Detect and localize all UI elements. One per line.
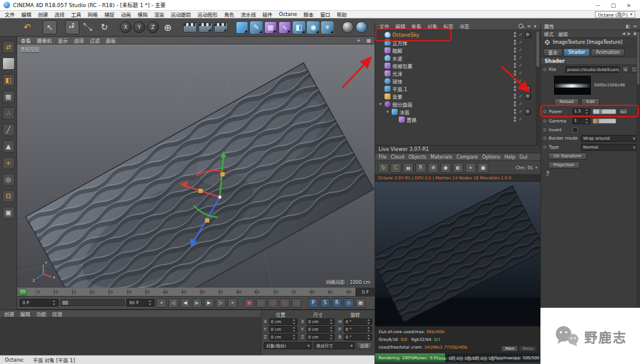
invert-checkbox[interactable] [572, 127, 578, 133]
position-y-field[interactable]: 0 cm [269, 326, 297, 333]
material-picker-button[interactable]: ◐ [453, 163, 463, 173]
points-mode-icon[interactable]: ∴ [2, 107, 15, 120]
range-end-field[interactable]: 90 F [126, 299, 155, 307]
add-light-button[interactable]: ☀ [321, 21, 334, 34]
object-row-cube[interactable]: 立方体 ✓ [375, 38, 540, 46]
menu-help[interactable]: 帮助 [337, 11, 347, 18]
live-selection-tool[interactable]: ↖ [43, 20, 57, 34]
render-settings-button[interactable] [214, 22, 228, 33]
history-forward-icon[interactable]: ▶ [628, 31, 631, 36]
position-z-field[interactable]: 0 cm [269, 334, 297, 340]
object-row-sphere[interactable]: 球体 ✓ [375, 77, 540, 85]
menu-tools[interactable]: 工具 [71, 11, 81, 18]
texture-mode-icon[interactable]: ◧ [2, 74, 15, 86]
add-camera-button[interactable]: ◉ [307, 21, 319, 34]
filter-icon[interactable]: ≡ [527, 24, 531, 29]
viewport-solo-icon[interactable]: ◎ [2, 173, 15, 186]
object-row-gloss[interactable]: 光泽 ✓ [375, 69, 540, 77]
viewport-menu-camera[interactable]: 摄像机 [37, 37, 52, 44]
object-row-melt[interactable]: 融解 ✓ [375, 46, 540, 54]
object-row-octanesky[interactable]: OctaneSky ✓ [375, 31, 540, 38]
menu-snap[interactable]: 捕捉 [104, 11, 114, 18]
lock-z-axis-button[interactable]: Z [147, 21, 159, 33]
timeline-ruler[interactable]: 05 1015 2025 3035 4045 5055 6065 7075 80… [17, 288, 356, 297]
key-rotation-toggle[interactable]: R [332, 298, 342, 308]
lv-menu-objects[interactable]: Objects [408, 154, 426, 160]
autokey-scale-toggle[interactable]: ○ [268, 298, 278, 308]
lv-menu-gui[interactable]: Gui [520, 154, 528, 160]
viewport-canvas[interactable]: Y X Z 透视视图 网格间距 : 1000 cm [17, 44, 375, 288]
menu-select[interactable]: 选择 [55, 11, 65, 18]
lock-x-axis-button[interactable]: X [120, 21, 132, 33]
model-mode-icon[interactable] [2, 57, 15, 70]
previous-key-button[interactable]: ◁ [168, 298, 178, 308]
projection-button[interactable]: Projection [548, 162, 580, 169]
add-environment-button[interactable]: ◧ [293, 21, 305, 34]
menu-render[interactable]: 渲染 [154, 11, 164, 18]
edit-menu[interactable]: 编辑 [558, 31, 568, 37]
size-y-field[interactable]: 0 cm [306, 326, 335, 333]
menu-mesh[interactable]: 网格 [88, 11, 98, 18]
texture-thumbnail[interactable] [554, 76, 591, 95]
expander-icon[interactable]: ▾ [385, 109, 390, 114]
om-menu-edit[interactable]: 编辑 [395, 22, 405, 30]
menu-simulate[interactable]: 模拟 [137, 11, 148, 18]
enabled-check-icon[interactable]: ✓ [518, 32, 523, 37]
lv-menu-options[interactable]: Options [482, 154, 500, 160]
material-menu-edit[interactable]: 编辑 [20, 310, 30, 317]
lv-menu-compare[interactable]: Compare [456, 154, 478, 160]
workplane-mode-icon[interactable]: ▦ [2, 91, 15, 103]
reload-button[interactable]: Reload [554, 98, 579, 105]
menu-file[interactable]: 文件 [5, 11, 15, 18]
material-menu-function[interactable]: 功能 [36, 310, 46, 317]
animation-dot-icon[interactable] [543, 68, 546, 71]
material-tag-icon[interactable] [525, 94, 531, 99]
material-tag-icon[interactable] [525, 109, 531, 115]
move-tool[interactable]: ↔ ↕ [65, 20, 79, 34]
enable-axis-icon[interactable]: + [2, 157, 15, 169]
object-row-background[interactable]: 背景 ✓ [375, 92, 540, 100]
keyframe-selection-button[interactable]: ▦ [356, 298, 366, 308]
octane-sky-tag-icon[interactable] [525, 32, 531, 38]
attributes-scrollbar[interactable] [636, 30, 640, 308]
viewport-menu-filter[interactable]: 过滤 [90, 37, 100, 44]
menu-edit[interactable]: 编辑 [21, 11, 31, 18]
power-field[interactable]: 1.5 [572, 108, 590, 115]
region-render-button[interactable]: R [415, 163, 426, 173]
tab-noise[interactable]: Noise [519, 346, 537, 352]
render-preview[interactable] [375, 182, 541, 326]
tab-main[interactable]: Main [501, 346, 518, 352]
timeline-playhead[interactable] [19, 289, 27, 295]
lv-menu-file[interactable]: File [379, 154, 386, 160]
history-back-icon[interactable]: ◀ [622, 31, 625, 36]
render-picture-viewer-button[interactable] [199, 22, 212, 33]
expander-icon[interactable]: ▾ [378, 102, 383, 107]
render-settings-icon[interactable]: ⊛ [428, 163, 439, 173]
menu-script[interactable]: 脚本 [303, 11, 313, 18]
lock-y-axis-button[interactable]: Y [133, 21, 145, 33]
material-sphere-icon-2[interactable] [356, 21, 367, 33]
power-texture-button[interactable]: tex [619, 108, 628, 115]
apply-button[interactable]: 应用 [357, 342, 372, 349]
object-manager-scrollbar[interactable] [536, 30, 540, 146]
convert-selection-icon[interactable]: ⇄ [2, 41, 15, 53]
menu-mograph[interactable]: 运动图形 [197, 11, 217, 18]
next-frame-button[interactable]: ▶ [204, 298, 214, 308]
edit-button[interactable]: Edit [581, 98, 600, 105]
tab-shader[interactable]: Shader [564, 49, 590, 56]
camera-lock-button[interactable]: ◉ [440, 163, 451, 173]
coordinate-system-icon[interactable]: ⊕ [161, 20, 175, 34]
uv-transform-button[interactable]: UV Transform [548, 153, 587, 160]
gamma-slider[interactable] [593, 118, 616, 124]
type-select[interactable]: Normal▼ [581, 144, 638, 151]
om-menu-view[interactable]: 查看 [411, 22, 421, 30]
menu-pipeline[interactable]: 流水线 [241, 11, 256, 18]
current-frame-field[interactable]: 0 F [20, 299, 59, 307]
autokey-position-toggle[interactable]: ○ [256, 298, 266, 308]
object-row-wave[interactable]: 水波 ✓ [375, 54, 540, 62]
om-menu-tags[interactable]: 标签 [443, 22, 453, 30]
om-dropdown-icon[interactable]: ▾ [534, 24, 536, 29]
record-keyframe-button[interactable]: ● [244, 298, 254, 308]
maximize-button[interactable]: □ [606, 1, 621, 10]
timeline-frame-box[interactable]: 0 F [356, 288, 375, 297]
